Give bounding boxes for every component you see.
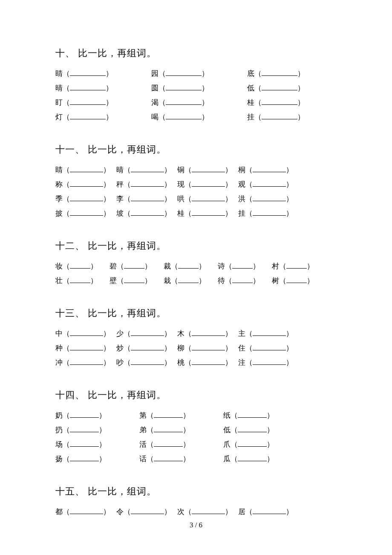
paren-left: （ xyxy=(63,452,70,466)
answer-blank[interactable] xyxy=(192,179,225,187)
answer-blank[interactable] xyxy=(192,194,225,201)
answer-blank[interactable] xyxy=(124,276,144,283)
exercise-row: 扔（）弟（）低（） xyxy=(55,423,341,437)
answer-blank[interactable] xyxy=(253,179,286,187)
answer-blank[interactable] xyxy=(131,507,164,514)
answer-blank[interactable] xyxy=(253,208,286,216)
answer-blank[interactable] xyxy=(253,194,286,201)
answer-blank[interactable] xyxy=(166,98,202,105)
answer-blank[interactable] xyxy=(70,507,103,514)
answer-blank[interactable] xyxy=(70,165,103,172)
character: 铜 xyxy=(177,163,184,177)
exercise-item: 洪（） xyxy=(238,192,293,206)
answer-blank[interactable] xyxy=(70,276,90,283)
paren-left: （ xyxy=(184,206,192,221)
paren-left: （ xyxy=(147,452,154,466)
character: 壮 xyxy=(55,274,63,288)
paren-right: ） xyxy=(183,452,190,466)
answer-blank[interactable] xyxy=(70,454,99,461)
paren-right: ） xyxy=(286,341,293,356)
answer-blank[interactable] xyxy=(192,329,225,336)
answer-blank[interactable] xyxy=(70,69,106,76)
paren-left: （ xyxy=(159,81,166,95)
answer-blank[interactable] xyxy=(70,329,103,336)
exercise-item: 壁（） xyxy=(110,274,152,288)
answer-blank[interactable] xyxy=(166,112,202,119)
answer-blank[interactable] xyxy=(131,329,164,336)
answer-blank[interactable] xyxy=(70,343,103,350)
answer-blank[interactable] xyxy=(131,208,164,216)
paren-right: ） xyxy=(267,423,274,437)
answer-blank[interactable] xyxy=(238,425,267,432)
answer-blank[interactable] xyxy=(262,83,297,90)
section-heading: 十二、 比一比，再组词。 xyxy=(55,240,341,252)
answer-blank[interactable] xyxy=(154,410,183,418)
answer-blank[interactable] xyxy=(192,208,225,216)
exercise-item: 晴（） xyxy=(116,163,171,177)
paren-left: （ xyxy=(63,192,70,206)
answer-blank[interactable] xyxy=(253,343,286,350)
character: 居 xyxy=(238,505,245,519)
character: 洪 xyxy=(238,192,245,206)
paren-right: ） xyxy=(286,177,293,192)
answer-blank[interactable] xyxy=(131,194,164,201)
answer-blank[interactable] xyxy=(131,343,164,350)
answer-blank[interactable] xyxy=(131,165,164,172)
answer-blank[interactable] xyxy=(286,276,307,283)
answer-blank[interactable] xyxy=(262,112,297,119)
answer-blank[interactable] xyxy=(154,425,183,432)
exercise-item: 奶（） xyxy=(55,408,106,423)
answer-blank[interactable] xyxy=(262,98,297,105)
exercise-item: 都（） xyxy=(55,505,110,519)
paren-left: （ xyxy=(254,66,262,81)
paren-right: ） xyxy=(164,206,171,221)
answer-blank[interactable] xyxy=(70,98,106,105)
paren-right: ） xyxy=(225,327,232,341)
character: 栽 xyxy=(164,274,171,288)
answer-blank[interactable] xyxy=(131,358,164,365)
answer-blank[interactable] xyxy=(70,112,106,119)
answer-blank[interactable] xyxy=(192,358,225,365)
answer-blank[interactable] xyxy=(124,261,144,269)
answer-blank[interactable] xyxy=(166,69,202,76)
answer-blank[interactable] xyxy=(178,276,199,283)
answer-blank[interactable] xyxy=(70,410,99,418)
paren-left: （ xyxy=(245,177,253,192)
answer-blank[interactable] xyxy=(70,425,99,432)
paren-left: （ xyxy=(225,259,232,274)
answer-blank[interactable] xyxy=(70,194,103,201)
answer-blank[interactable] xyxy=(238,454,267,461)
exercise-item: 坡（） xyxy=(116,206,171,221)
answer-blank[interactable] xyxy=(253,358,286,365)
character: 壁 xyxy=(110,274,117,288)
answer-blank[interactable] xyxy=(154,439,183,447)
answer-blank[interactable] xyxy=(232,276,253,283)
answer-blank[interactable] xyxy=(253,507,286,514)
answer-blank[interactable] xyxy=(70,358,103,365)
answer-blank[interactable] xyxy=(70,261,90,269)
answer-blank[interactable] xyxy=(253,165,286,172)
answer-blank[interactable] xyxy=(131,179,164,187)
answer-blank[interactable] xyxy=(238,410,267,418)
paren-right: ） xyxy=(286,163,293,177)
answer-blank[interactable] xyxy=(286,261,307,269)
answer-blank[interactable] xyxy=(192,165,225,172)
answer-blank[interactable] xyxy=(70,439,99,447)
character: 纸 xyxy=(223,408,231,423)
answer-blank[interactable] xyxy=(262,69,297,76)
answer-blank[interactable] xyxy=(232,261,253,269)
paren-right: ） xyxy=(199,274,206,288)
answer-blank[interactable] xyxy=(238,439,267,447)
answer-blank[interactable] xyxy=(70,179,103,187)
answer-blank[interactable] xyxy=(192,343,225,350)
answer-blank[interactable] xyxy=(166,83,202,90)
answer-blank[interactable] xyxy=(253,329,286,336)
answer-blank[interactable] xyxy=(192,507,225,514)
character: 诗 xyxy=(218,259,225,274)
answer-blank[interactable] xyxy=(154,454,183,461)
answer-blank[interactable] xyxy=(178,261,199,269)
answer-blank[interactable] xyxy=(70,83,106,90)
answer-blank[interactable] xyxy=(70,208,103,216)
character: 爪 xyxy=(223,437,231,452)
paren-right: ） xyxy=(286,327,293,341)
